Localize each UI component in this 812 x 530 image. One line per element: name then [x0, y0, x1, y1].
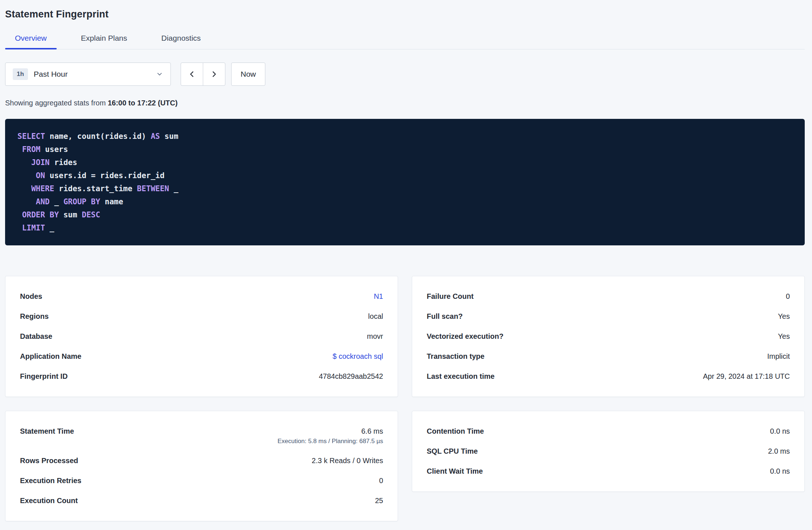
stat-label: Transaction type — [427, 352, 485, 361]
sql-text — [17, 184, 31, 193]
stat-label: Application Name — [20, 352, 81, 361]
stat-value: Yes — [778, 312, 790, 321]
time-range-label: Past Hour — [34, 70, 68, 79]
stat-label: Nodes — [20, 292, 42, 301]
sql-text: users — [40, 145, 68, 154]
sql-keyword: BETWEEN — [137, 184, 169, 193]
stat-label: SQL CPU Time — [427, 447, 478, 455]
sql-line: JOIN rides — [17, 156, 792, 169]
stat-value: 0 — [786, 292, 790, 301]
stat-value: 4784cb829aab2542 — [319, 372, 383, 381]
statement-time-card: Statement Time 6.6 ms Execution: 5.8 ms … — [5, 411, 398, 521]
sql-keyword: ORDER BY — [22, 210, 59, 219]
stat-row: Contention Time 0.0 ns — [427, 421, 790, 441]
stat-label: Regions — [20, 312, 49, 321]
stat-value: 0 — [379, 477, 383, 485]
stat-label: Contention Time — [427, 427, 484, 435]
stat-row: Full scan? Yes — [427, 306, 790, 326]
sql-text — [17, 171, 36, 180]
stat-value-group: 0 — [379, 477, 383, 485]
stat-label: Last execution time — [427, 372, 495, 381]
sql-text — [17, 197, 36, 206]
stat-label: Vectorized execution? — [427, 332, 503, 341]
sql-line: ON users.id = rides.rider_id — [17, 169, 792, 182]
stat-value: Apr 29, 2024 at 17:18 UTC — [703, 372, 790, 381]
time-range-badge: 1h — [13, 68, 28, 80]
sql-text: sum — [59, 210, 82, 219]
stat-value: Yes — [778, 332, 790, 341]
sql-keyword: AS — [151, 132, 160, 141]
sql-text: name — [100, 197, 123, 206]
stat-row: Vectorized execution? Yes — [427, 326, 790, 346]
stat-label: Execution Retries — [20, 477, 81, 485]
stat-value: 0.0 ns — [770, 427, 790, 435]
chevron-right-icon — [210, 70, 218, 78]
previous-range-button[interactable] — [181, 63, 203, 86]
stat-row: Failure Count 0 — [427, 286, 790, 306]
sql-text: name, count(rides.id) — [45, 132, 151, 141]
stat-label: Client Wait Time — [427, 467, 483, 475]
stat-row: Statement Time 6.6 ms Execution: 5.8 ms … — [20, 421, 383, 451]
tab-item[interactable]: Explain Plans — [71, 32, 137, 49]
chevron-left-icon — [188, 70, 196, 78]
sql-text — [17, 145, 22, 154]
range-nav-group — [181, 63, 225, 86]
sql-text — [17, 224, 22, 232]
aggregated-stats-caption: Showing aggregated stats from 16:00 to 1… — [5, 99, 805, 107]
sql-text: rides.start_time — [54, 184, 137, 193]
stat-value[interactable]: $ cockroach sql — [333, 352, 383, 361]
sql-keyword: ON — [36, 171, 45, 180]
stat-value[interactable]: N1 — [374, 292, 383, 301]
sql-keyword: WHERE — [31, 184, 54, 193]
tab-label: Diagnostics — [161, 34, 201, 42]
tab-item[interactable]: Overview — [5, 32, 57, 49]
stat-value-group: 25 — [375, 497, 383, 505]
time-toolbar: 1h Past Hour Now — [5, 63, 805, 86]
sql-code: SELECT name, count(rides.id) AS sum FROM… — [5, 119, 805, 245]
caption-range: 16:00 to 17:22 (UTC) — [108, 99, 177, 107]
stat-label: Full scan? — [427, 312, 463, 321]
stat-value: 0.0 ns — [770, 467, 790, 475]
overview-card-row: Nodes N1 Regions local Database movr App… — [5, 276, 805, 397]
stat-label: Statement Time — [20, 427, 74, 435]
sql-line: AND _ GROUP BY name — [17, 195, 792, 208]
stat-value-group: 2.3 k Reads / 0 Writes — [312, 457, 383, 465]
sql-text — [17, 210, 22, 219]
stat-label: Failure Count — [427, 292, 474, 301]
sql-text: _ — [45, 224, 54, 232]
stat-value: 2.3 k Reads / 0 Writes — [312, 457, 383, 465]
tab-label: Overview — [15, 34, 47, 42]
sql-keyword: LIMIT — [22, 224, 45, 232]
time-range-dropdown[interactable]: 1h Past Hour — [5, 63, 171, 86]
stat-row: Client Wait Time 0.0 ns — [427, 461, 790, 481]
stat-row: Nodes N1 — [20, 286, 383, 306]
sql-keyword: FROM — [22, 145, 41, 154]
stat-row: Rows Processed 2.3 k Reads / 0 Writes — [20, 451, 383, 471]
page-title: Statement Fingerprint — [5, 9, 805, 20]
stat-label: Execution Count — [20, 497, 78, 505]
stat-row: Execution Count 25 — [20, 491, 383, 511]
stat-label: Rows Processed — [20, 457, 78, 465]
next-range-button[interactable] — [203, 63, 225, 86]
sql-line: LIMIT _ — [17, 221, 792, 234]
stat-row: Execution Retries 0 — [20, 471, 383, 491]
statement-fingerprint-page: Statement Fingerprint Overview Explain P… — [0, 0, 812, 530]
stat-label: Fingerprint ID — [20, 372, 68, 381]
tab-bar: Overview Explain Plans Diagnostics — [5, 32, 805, 49]
stat-value: 6.6 ms — [361, 427, 383, 435]
now-button[interactable]: Now — [231, 63, 265, 86]
sql-text — [17, 158, 31, 167]
tab-item[interactable]: Diagnostics — [152, 32, 211, 49]
sql-text: _ — [50, 197, 64, 206]
sql-keyword: JOIN — [31, 158, 50, 167]
stat-row: Application Name $ cockroach sql — [20, 346, 383, 366]
sql-line: WHERE rides.start_time BETWEEN _ — [17, 182, 792, 195]
sql-text: _ — [169, 184, 178, 193]
stat-row: Last execution time Apr 29, 2024 at 17:1… — [427, 366, 790, 386]
wait-time-card: Contention Time 0.0 ns SQL CPU Time 2.0 … — [412, 411, 805, 492]
sql-text: users.id = rides.rider_id — [45, 171, 165, 180]
stat-value: local — [368, 312, 383, 321]
stat-row: SQL CPU Time 2.0 ms — [427, 441, 790, 461]
sql-line: SELECT name, count(rides.id) AS sum — [17, 130, 792, 143]
stat-value: Implicit — [767, 352, 790, 361]
